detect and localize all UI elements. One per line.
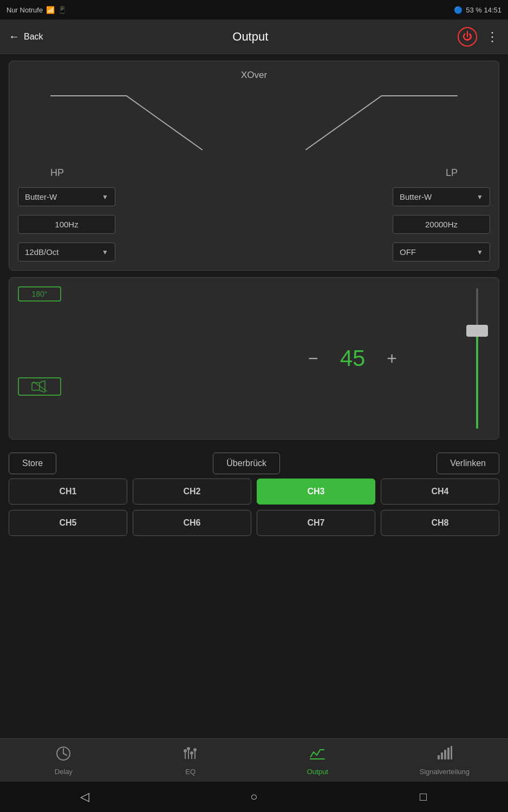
- svg-rect-20: [444, 750, 446, 759]
- power-button[interactable]: ⏻: [458, 27, 477, 47]
- nav-signal-label: Signalverteilung: [419, 768, 470, 776]
- bridge-button[interactable]: Überbrück: [213, 453, 280, 474]
- hp-column: Butter-W ▼ 100Hz 12dB/Oct ▼: [18, 187, 249, 261]
- channel-row-1: CH1 CH2 CH3 CH4: [9, 479, 499, 505]
- lp-frequency-btn[interactable]: 20000Hz: [393, 215, 490, 234]
- lp-slope-value: OFF: [400, 247, 416, 257]
- back-arrow-icon: ←: [9, 30, 19, 43]
- channel-ch6-button[interactable]: CH6: [133, 510, 251, 536]
- wifi-icon: 📶: [46, 6, 55, 14]
- lp-filter-arrow: ▼: [477, 193, 483, 201]
- vol-left-controls: 180°: [18, 286, 241, 430]
- svg-line-8: [63, 754, 67, 755]
- volume-minus-button[interactable]: −: [308, 349, 318, 369]
- lp-label: LP: [446, 167, 458, 179]
- hp-frequency-btn[interactable]: 100Hz: [18, 215, 115, 234]
- store-button[interactable]: Store: [9, 453, 56, 474]
- slider-track-bottom: [476, 337, 478, 429]
- channel-row-2: CH5 CH6 CH7 CH8: [9, 510, 499, 536]
- channel-grid: CH1 CH2 CH3 CH4 CH5 CH6 CH7 CH8: [0, 479, 508, 536]
- bottom-action-buttons: Store Überbrück Verlinken: [0, 448, 508, 479]
- lp-slope-dropdown[interactable]: OFF ▼: [393, 243, 490, 261]
- nav-output[interactable]: Output: [254, 745, 381, 776]
- volume-panel: 180° − 45 +: [9, 277, 499, 440]
- back-button[interactable]: ← Back: [9, 30, 43, 43]
- main-content: XOver HP LP Butter-W ▼ 100Hz: [0, 54, 508, 446]
- channel-ch3-button[interactable]: CH3: [257, 479, 375, 505]
- lp-filter-dropdown[interactable]: Butter-W ▼: [393, 187, 490, 206]
- channel-ch2-button[interactable]: CH2: [133, 479, 251, 505]
- channel-ch7-button[interactable]: CH7: [257, 510, 375, 536]
- home-system-button[interactable]: ○: [238, 790, 270, 804]
- svg-rect-21: [447, 748, 450, 759]
- signal-svg: [437, 745, 453, 762]
- page-title: Output: [232, 30, 268, 44]
- volume-value: 45: [340, 345, 366, 371]
- top-bar: ← Back Output ⏻ ⋮: [0, 19, 508, 54]
- eq-icon: [183, 745, 199, 765]
- nav-signal[interactable]: Signalverteilung: [381, 745, 509, 776]
- output-svg: [309, 745, 325, 762]
- phase-button[interactable]: 180°: [18, 286, 61, 302]
- link-button[interactable]: Verlinken: [437, 453, 499, 474]
- hp-filter-arrow: ▼: [102, 193, 108, 201]
- back-system-button[interactable]: ◁: [68, 790, 101, 804]
- status-left: Nur Notrufe 📶 📱: [6, 6, 67, 14]
- delay-svg: [55, 745, 71, 762]
- svg-point-16: [193, 748, 197, 751]
- sim-icon: 📱: [58, 6, 67, 14]
- output-icon: [309, 745, 325, 765]
- hp-slope-arrow: ▼: [102, 248, 108, 256]
- volume-slider-thumb[interactable]: [466, 325, 488, 337]
- svg-rect-17: [310, 758, 325, 759]
- recent-system-button[interactable]: □: [407, 790, 440, 804]
- lp-filter-value: Butter-W: [400, 192, 432, 201]
- menu-button[interactable]: ⋮: [486, 29, 499, 44]
- bluetooth-icon: 🔵: [454, 6, 463, 14]
- xover-svg: [18, 85, 490, 161]
- volume-slider-container: [464, 286, 490, 430]
- vol-center-controls: − 45 +: [241, 286, 464, 430]
- mute-button[interactable]: [18, 377, 61, 396]
- svg-point-14: [187, 747, 190, 750]
- status-bar: Nur Notrufe 📶 📱 🔵 53 % 14:51: [0, 0, 508, 19]
- hp-label: HP: [50, 167, 64, 179]
- nav-delay-label: Delay: [55, 768, 73, 776]
- lp-column: Butter-W ▼ 20000Hz OFF ▼: [259, 187, 490, 261]
- hp-slope-dropdown[interactable]: 12dB/Oct ▼: [18, 243, 115, 261]
- svg-line-2: [40, 381, 45, 383]
- bottom-nav: Delay EQ Output: [0, 738, 508, 782]
- nav-delay[interactable]: Delay: [0, 745, 127, 776]
- svg-rect-19: [441, 752, 443, 759]
- volume-plus-button[interactable]: +: [387, 349, 397, 369]
- channel-ch5-button[interactable]: CH5: [9, 510, 127, 536]
- signal-icon: [437, 745, 453, 765]
- delay-icon: [55, 745, 71, 765]
- back-label: Back: [24, 32, 43, 42]
- lp-slope-arrow: ▼: [477, 248, 483, 256]
- channel-ch8-button[interactable]: CH8: [381, 510, 499, 536]
- nav-eq[interactable]: EQ: [127, 745, 255, 776]
- status-right-text: 53 % 14:51: [466, 6, 502, 14]
- xover-labels: HP LP: [18, 167, 490, 179]
- channel-ch1-button[interactable]: CH1: [9, 479, 127, 505]
- xover-panel: XOver HP LP Butter-W ▼ 100Hz: [9, 61, 499, 271]
- nav-output-label: Output: [307, 768, 328, 776]
- svg-point-13: [184, 749, 187, 752]
- svg-rect-18: [438, 755, 440, 759]
- nav-eq-label: EQ: [185, 768, 196, 776]
- top-bar-actions: ⏻ ⋮: [458, 27, 499, 47]
- xover-graph: [18, 85, 490, 161]
- eq-svg: [183, 745, 199, 762]
- svg-line-3: [40, 390, 45, 392]
- svg-point-15: [190, 751, 193, 755]
- system-nav: ◁ ○ □: [0, 782, 508, 812]
- hp-filter-value: Butter-W: [25, 192, 57, 201]
- mute-icon: [31, 381, 48, 392]
- xover-title: XOver: [18, 70, 490, 81]
- status-right: 🔵 53 % 14:51: [454, 6, 502, 14]
- hp-filter-dropdown[interactable]: Butter-W ▼: [18, 187, 115, 206]
- channel-ch4-button[interactable]: CH4: [381, 479, 499, 505]
- status-notrufe: Nur Notrufe: [6, 6, 43, 14]
- svg-rect-22: [451, 746, 452, 759]
